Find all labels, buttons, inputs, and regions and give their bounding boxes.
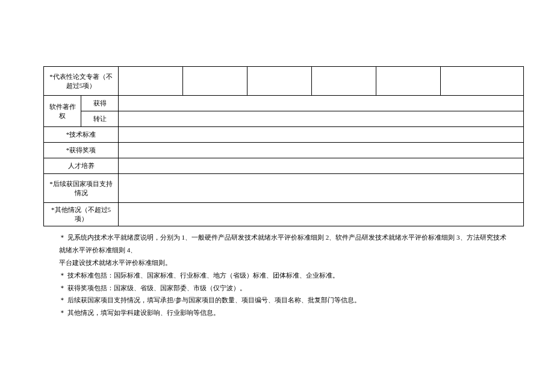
- row-standard-label: *技术标准: [44, 127, 119, 143]
- form-table: *代表性论文专著（不超过5项） 软件著作权 获得 转让 *技术标准 *获得奖项 …: [43, 66, 524, 226]
- row-other-cell: [119, 203, 524, 226]
- row-software-label: 软件著作权: [44, 96, 81, 127]
- row-award-label: *获得奖项: [44, 143, 119, 158]
- footnotes: ＊ 见系统内技术水平就绪度说明，分别为 1、一般硬件产品研发技术就绪水平评价标准…: [59, 231, 508, 319]
- row-papers-cell-1: [119, 67, 183, 96]
- footnote-3: ＊ 获得奖项包括：国家级、省级、国家部委、市级（仅宁波）。: [59, 282, 508, 294]
- row-papers-cell-5: [376, 67, 441, 96]
- row-talent-label: 人才培养: [44, 158, 119, 174]
- footnote-1a: ＊ 见系统内技术水平就绪度说明，分别为 1、一般硬件产品研发技术就绪水平评价标准…: [59, 231, 508, 257]
- row-papers-label: *代表性论文专著（不超过5项）: [44, 67, 119, 96]
- row-award-cell: [119, 143, 524, 158]
- row-papers-cell-2: [183, 67, 247, 96]
- row-papers-cell-3: [247, 67, 312, 96]
- row-papers-cell-4: [312, 67, 376, 96]
- footnote-4: ＊ 后续获国家项目支持情况，填写承担/参与国家项目的数量、项目编号、项目名称、批…: [59, 294, 508, 306]
- row-talent-cell: [119, 158, 524, 174]
- row-followup-label: *后续获国家项目支持情况: [44, 174, 119, 203]
- row-followup-cell: [119, 174, 524, 203]
- row-papers-cell-6: [441, 67, 524, 96]
- row-software-obtain-cell: [119, 96, 524, 111]
- footnote-5: ＊ 其他情况，填写如学科建设影响、行业影响等信息。: [59, 306, 508, 319]
- row-software-transfer-label: 转让: [81, 111, 119, 127]
- row-software-obtain-label: 获得: [81, 96, 119, 111]
- row-software-transfer-cell: [119, 111, 524, 127]
- footnote-2: ＊ 技术标准包括：国际标准、国家标准、行业标准、地方（省级）标准、团体标准、企业…: [59, 269, 508, 282]
- row-standard-cell: [119, 127, 524, 143]
- row-other-label: *其他情况（不超过5项）: [44, 203, 119, 226]
- footnote-1b: 平台建设技术就绪水平评价标准细则。: [59, 257, 508, 269]
